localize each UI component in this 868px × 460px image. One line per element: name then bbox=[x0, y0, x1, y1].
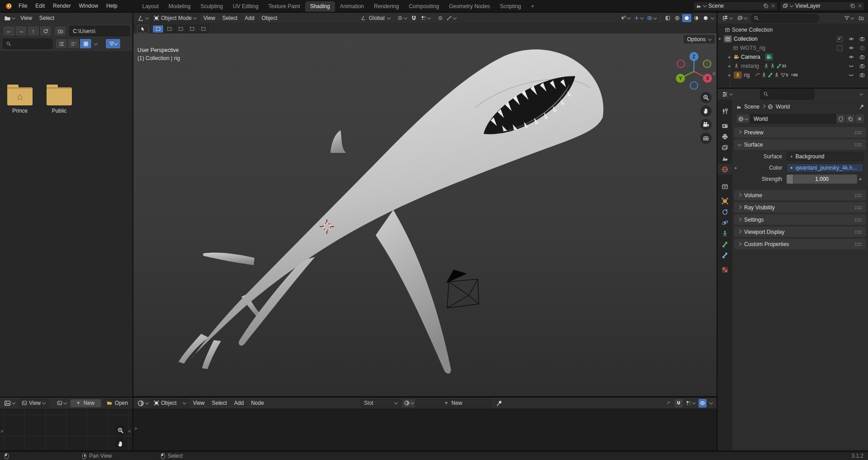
editor-type-image[interactable] bbox=[3, 399, 16, 408]
expander-icon[interactable]: ▼ bbox=[717, 37, 722, 41]
add-workspace-button[interactable]: + bbox=[526, 1, 539, 12]
tab-render[interactable] bbox=[717, 120, 732, 131]
outliner-row-rig[interactable]: ► rig 5 +99 bbox=[717, 71, 868, 80]
tab-modeling[interactable]: Modeling bbox=[164, 1, 196, 12]
shading-settings-dropdown-icon[interactable] bbox=[711, 16, 714, 19]
shading-rendered-button[interactable] bbox=[701, 14, 710, 22]
panel-volume[interactable]: Volume bbox=[734, 190, 866, 200]
file-browser-menu-select[interactable]: Select bbox=[36, 15, 57, 21]
options-dropdown[interactable]: Options bbox=[684, 35, 715, 43]
tab-uv-editing[interactable]: UV Editing bbox=[228, 1, 264, 12]
tab-world[interactable] bbox=[717, 164, 732, 175]
panel-custom-properties[interactable]: Custom Properties bbox=[734, 239, 866, 249]
tab-texture[interactable] bbox=[717, 264, 732, 275]
tab-output[interactable] bbox=[717, 131, 732, 142]
image-browse-dropdown[interactable] bbox=[56, 399, 68, 408]
properties-search-input[interactable] bbox=[760, 89, 814, 100]
folder-item-prince[interactable]: ⌂ Prince bbox=[3, 83, 37, 114]
show-overlays-toggle[interactable] bbox=[646, 14, 658, 23]
file-path-field[interactable]: C:\Users\ bbox=[69, 26, 130, 36]
region-expand-icon[interactable]: > bbox=[0, 428, 3, 434]
xray-toggle[interactable] bbox=[664, 14, 672, 23]
image-view-mode-dropdown[interactable]: View bbox=[19, 399, 48, 408]
unlink-world-button[interactable]: ✕ bbox=[855, 114, 864, 123]
panel-preview[interactable]: Preview bbox=[734, 127, 866, 138]
disable-in-renders-toggle[interactable] bbox=[857, 44, 867, 52]
refresh-button[interactable] bbox=[39, 26, 52, 36]
tab-compositing[interactable]: Compositing bbox=[404, 1, 444, 12]
tab-physics[interactable] bbox=[717, 217, 732, 228]
active-tool-tweak-button[interactable] bbox=[137, 25, 149, 33]
viewport-menu-view[interactable]: View bbox=[200, 15, 218, 21]
tab-object-data-armature[interactable] bbox=[717, 228, 732, 239]
disable-in-renders-toggle[interactable] bbox=[857, 62, 867, 70]
tab-bone[interactable] bbox=[717, 239, 732, 250]
transform-orientation-dropdown[interactable]: Global bbox=[359, 14, 392, 23]
editor-type-file-browser[interactable] bbox=[3, 14, 16, 23]
node-snap-toggle[interactable] bbox=[675, 399, 683, 408]
panel-ray-visibility[interactable]: Ray Visibility bbox=[734, 202, 866, 213]
panel-drag-dots[interactable] bbox=[854, 143, 862, 147]
color-value-image-link[interactable]: ● qwantani_puresky_4k.h... bbox=[787, 163, 863, 172]
shader-menu-add[interactable]: Add bbox=[231, 400, 247, 406]
outliner-filter-dropdown[interactable] bbox=[843, 14, 855, 23]
hide-in-viewport-toggle[interactable] bbox=[846, 44, 856, 52]
panel-settings[interactable]: Settings bbox=[734, 214, 866, 225]
panel-drag-dots[interactable] bbox=[854, 206, 862, 209]
node-overlays-toggle[interactable] bbox=[698, 399, 707, 408]
animate-property-dot[interactable]: ● bbox=[857, 177, 863, 181]
pan-hand-button[interactable] bbox=[115, 438, 126, 450]
viewport-pan-button[interactable] bbox=[700, 105, 712, 117]
select-mode-intersect-button[interactable] bbox=[198, 25, 209, 33]
menu-render[interactable]: Render bbox=[49, 0, 74, 12]
scene-browse-icon[interactable] bbox=[703, 4, 707, 7]
forward-button[interactable]: → bbox=[15, 26, 27, 36]
file-browser-menu-view[interactable]: View bbox=[17, 15, 35, 21]
panel-drag-dots[interactable] bbox=[854, 218, 862, 222]
filter-toggle-button[interactable] bbox=[105, 38, 121, 49]
outliner-row-metarig[interactable]: ► metarig 33 bbox=[717, 62, 868, 71]
mode-dropdown[interactable]: Object Mode bbox=[151, 14, 199, 23]
select-mode-extend-button[interactable] bbox=[164, 25, 175, 33]
panel-drag-dots[interactable] bbox=[854, 194, 862, 197]
tab-tool[interactable] bbox=[717, 106, 732, 117]
tab-collection[interactable] bbox=[717, 181, 732, 192]
viewport-menu-select[interactable]: Select bbox=[219, 15, 241, 21]
tab-animation[interactable]: Animation bbox=[335, 1, 369, 12]
hide-in-viewport-toggle[interactable] bbox=[846, 62, 856, 70]
shading-material-preview-button[interactable] bbox=[692, 14, 701, 22]
material-slot-dropdown[interactable]: Slot bbox=[361, 399, 401, 408]
collection-checkbox[interactable] bbox=[837, 45, 843, 51]
panel-drag-dots[interactable] bbox=[854, 131, 862, 134]
outliner-search-input[interactable] bbox=[750, 14, 819, 23]
disable-in-renders-toggle[interactable] bbox=[857, 71, 867, 79]
scene-selector[interactable]: Scene ✕ bbox=[693, 2, 778, 10]
hide-in-viewport-toggle[interactable] bbox=[846, 35, 856, 43]
pin-id-icon[interactable] bbox=[859, 104, 864, 109]
folder-item-public[interactable]: Public bbox=[42, 83, 76, 114]
outliner-row-collection[interactable]: ▼ Collection ✓ bbox=[717, 34, 868, 43]
object-types-visibility-dropdown[interactable] bbox=[619, 14, 632, 23]
material-new-button[interactable]: +New bbox=[415, 399, 491, 408]
shader-menu-select[interactable]: Select bbox=[208, 400, 230, 406]
unlink-scene-icon[interactable]: ✕ bbox=[771, 3, 775, 9]
panel-viewport-display[interactable]: Viewport Display bbox=[734, 227, 866, 237]
show-gizmo-toggle[interactable] bbox=[632, 14, 645, 23]
hide-in-viewport-toggle[interactable] bbox=[846, 53, 856, 61]
shader-menu-node[interactable]: Node bbox=[248, 400, 267, 406]
surface-value-dropdown[interactable]: ● Background bbox=[787, 152, 863, 161]
menu-edit[interactable]: Edit bbox=[32, 0, 48, 12]
browse-world-dropdown[interactable] bbox=[736, 114, 750, 123]
new-view-layer-icon[interactable] bbox=[850, 3, 855, 9]
shader-type-dropdown[interactable]: Object bbox=[151, 399, 189, 408]
properties-options-dropdown-icon[interactable] bbox=[859, 92, 863, 95]
viewport-zoom-button[interactable] bbox=[700, 92, 712, 103]
menu-file[interactable]: File bbox=[15, 0, 31, 12]
material-browse-dropdown[interactable] bbox=[402, 399, 415, 408]
tab-object-constraints[interactable] bbox=[717, 206, 732, 217]
color-expander-icon[interactable]: ► bbox=[732, 166, 740, 170]
tab-layout[interactable]: Layout bbox=[137, 1, 164, 12]
pin-icon[interactable] bbox=[496, 400, 503, 407]
shader-menu-view[interactable]: View bbox=[190, 400, 208, 406]
tab-rendering[interactable]: Rendering bbox=[369, 1, 404, 12]
